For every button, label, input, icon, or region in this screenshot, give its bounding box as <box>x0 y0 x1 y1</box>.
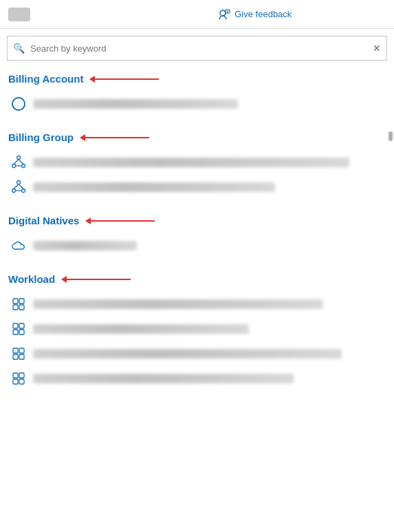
list-item[interactable] <box>8 92 386 116</box>
feedback-icon <box>218 8 230 21</box>
nodes-icon <box>11 155 26 170</box>
item-icon-cloud <box>11 238 26 253</box>
svg-rect-22 <box>19 323 24 328</box>
section-title-billing-account: Billing Account <box>8 73 83 85</box>
svg-rect-25 <box>13 354 18 359</box>
arrow-annotation-digital-natives <box>86 220 155 222</box>
svg-rect-24 <box>13 348 18 353</box>
list-item[interactable] <box>8 233 386 258</box>
search-input[interactable] <box>30 43 373 54</box>
svg-line-13 <box>14 184 19 189</box>
arrow-line <box>62 279 131 280</box>
svg-point-11 <box>12 189 16 193</box>
arrow-line <box>90 78 159 80</box>
section-workload: Workload <box>0 266 394 394</box>
section-title-billing-group: Billing Group <box>8 131 74 143</box>
svg-point-12 <box>22 189 25 193</box>
list-item[interactable] <box>8 341 386 366</box>
sections-container: Billing AccountBilling Group Digital Nat… <box>0 66 394 399</box>
item-icon-stack <box>11 346 26 361</box>
list-item[interactable] <box>8 317 386 341</box>
arrow-line <box>80 137 149 138</box>
give-feedback-button[interactable]: Give feedback <box>218 8 292 21</box>
feedback-label: Give feedback <box>234 9 292 19</box>
clear-search-icon[interactable]: ✕ <box>373 43 381 54</box>
item-icon-nodes <box>11 155 26 170</box>
item-label-bar <box>33 349 342 359</box>
svg-point-4 <box>17 156 21 160</box>
item-icon-stack <box>11 297 26 312</box>
list-item[interactable] <box>8 366 386 391</box>
svg-rect-26 <box>19 348 24 353</box>
arrow-annotation-billing-group <box>80 137 149 138</box>
item-label-bar <box>33 241 137 251</box>
arrow-line <box>86 220 155 222</box>
user-avatar <box>8 8 30 21</box>
svg-rect-27 <box>19 354 24 359</box>
item-icon-stack <box>11 321 26 337</box>
svg-point-0 <box>220 10 226 16</box>
nodes-icon <box>11 180 26 195</box>
svg-rect-16 <box>13 299 18 304</box>
list-item[interactable] <box>8 150 386 175</box>
section-header-digital-natives: Digital Natives <box>8 215 386 226</box>
svg-point-5 <box>12 164 16 168</box>
item-label-bar <box>33 99 238 109</box>
svg-line-8 <box>19 160 23 164</box>
arrow-annotation-billing-account <box>90 78 159 80</box>
section-header-billing-group: Billing Group <box>8 131 386 143</box>
item-icon-stack <box>11 371 26 386</box>
svg-rect-28 <box>13 373 18 378</box>
item-label-bar <box>33 374 294 383</box>
stack-icon <box>11 297 26 312</box>
section-billing-account: Billing Account <box>0 66 394 119</box>
svg-line-7 <box>14 160 19 164</box>
stack-icon <box>11 321 26 337</box>
svg-point-6 <box>22 164 25 168</box>
stack-icon <box>11 371 26 386</box>
item-label-bar <box>33 182 275 192</box>
svg-point-10 <box>17 181 21 184</box>
svg-rect-19 <box>19 305 24 310</box>
item-label-bar <box>33 299 323 309</box>
svg-rect-31 <box>19 379 24 384</box>
svg-rect-20 <box>13 323 18 328</box>
cloud-icon <box>11 240 26 252</box>
stack-icon <box>11 346 26 361</box>
search-bar: 🔍 ✕ <box>7 36 387 61</box>
search-icon: 🔍 <box>13 43 25 54</box>
section-title-digital-natives: Digital Natives <box>8 215 79 226</box>
scrollbar[interactable] <box>388 131 393 141</box>
svg-rect-30 <box>19 373 24 378</box>
svg-rect-21 <box>13 330 18 334</box>
svg-rect-17 <box>13 305 18 310</box>
list-item[interactable] <box>8 292 386 317</box>
svg-rect-29 <box>13 379 18 384</box>
arrow-annotation-workload <box>62 279 131 280</box>
svg-line-14 <box>19 184 23 189</box>
section-title-workload: Workload <box>8 273 55 285</box>
item-label-bar <box>33 158 349 167</box>
svg-rect-23 <box>19 330 24 334</box>
top-bar: Give feedback <box>0 0 394 29</box>
item-icon-nodes <box>11 180 26 195</box>
item-label-bar <box>33 324 249 334</box>
item-icon-circle <box>11 96 26 111</box>
list-item[interactable] <box>8 175 386 200</box>
circle-icon <box>12 97 25 111</box>
section-billing-group: Billing Group <box>0 125 394 202</box>
section-header-billing-account: Billing Account <box>8 73 386 85</box>
section-digital-natives: Digital Natives <box>0 208 394 261</box>
section-header-workload: Workload <box>8 273 386 285</box>
svg-rect-18 <box>19 299 24 304</box>
